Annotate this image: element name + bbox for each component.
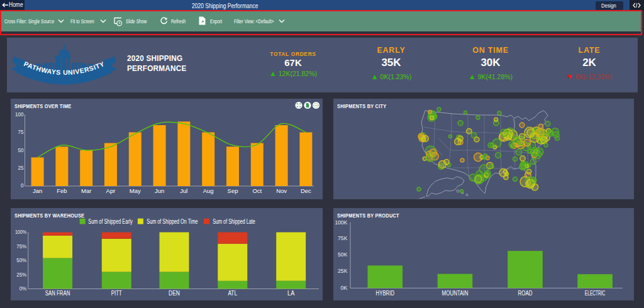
svg-text:Aug: Aug — [203, 187, 214, 194]
svg-text:50K: 50K — [338, 251, 348, 258]
svg-text:Sum of Shipped On Time: Sum of Shipped On Time — [147, 218, 198, 225]
svg-text:Jan: Jan — [33, 187, 42, 194]
svg-text:50%: 50% — [16, 257, 26, 263]
svg-text:50: 50 — [18, 147, 24, 153]
svg-text:0%: 0% — [19, 285, 27, 292]
svg-text:Jul: Jul — [180, 187, 187, 194]
svg-text:MOUNTAIN: MOUNTAIN — [442, 290, 469, 297]
svg-text:May: May — [130, 187, 141, 194]
svg-text:100K: 100K — [335, 219, 348, 226]
svg-text:Nov: Nov — [276, 187, 287, 194]
svg-text:Mar: Mar — [81, 187, 91, 194]
svg-text:0K: 0K — [341, 285, 348, 291]
svg-text:ATL: ATL — [228, 290, 237, 297]
svg-text:75K: 75K — [338, 235, 348, 241]
svg-text:75: 75 — [18, 129, 24, 135]
svg-text:25%: 25% — [16, 272, 26, 278]
svg-text:HYBRID: HYBRID — [376, 290, 395, 297]
svg-text:Oct: Oct — [252, 187, 262, 194]
svg-text:ELECTRIC: ELECTRIC — [585, 290, 606, 297]
svg-text:100%: 100% — [15, 229, 26, 235]
svg-text:Jun: Jun — [155, 187, 164, 194]
svg-text:PITT: PITT — [111, 290, 122, 297]
svg-text:25K: 25K — [338, 268, 348, 274]
svg-text:Feb: Feb — [57, 187, 67, 194]
svg-text:Apr: Apr — [106, 187, 116, 194]
svg-text:Sum of Shipped Late: Sum of Shipped Late — [213, 218, 255, 225]
svg-text:Dec: Dec — [301, 187, 311, 194]
svg-text:SAN FRAN: SAN FRAN — [45, 290, 70, 297]
svg-text:Sep: Sep — [228, 187, 238, 194]
svg-text:75%: 75% — [16, 243, 26, 250]
svg-text:LA: LA — [287, 290, 294, 297]
svg-text:100: 100 — [15, 111, 24, 118]
svg-text:Sum of Shipped Early: Sum of Shipped Early — [88, 218, 133, 225]
svg-text:25: 25 — [18, 165, 24, 171]
svg-text:0: 0 — [21, 182, 24, 189]
svg-text:DEN: DEN — [169, 290, 180, 297]
svg-text:ROAD: ROAD — [518, 290, 532, 297]
